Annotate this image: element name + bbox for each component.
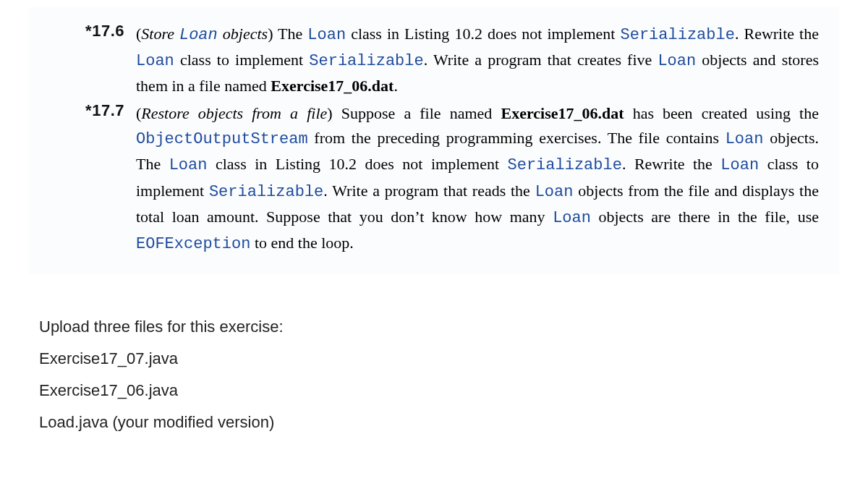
file-line: Exercise17_06.java [39, 381, 868, 400]
exercise-number: *17.7 [49, 101, 136, 120]
exercise-17-7: *17.7 (Restore objects from a file) Supp… [49, 101, 819, 257]
exercise-body: (Restore objects from a file) Suppose a … [136, 101, 819, 257]
exercise-17-6: *17.6 (Store Loan objects) The Loan clas… [49, 22, 819, 98]
upload-instructions: Upload three files for this exercise: Ex… [39, 318, 868, 432]
textbook-scan: *17.6 (Store Loan objects) The Loan clas… [29, 7, 839, 274]
file-line: Exercise17_07.java [39, 349, 868, 368]
instructions-heading: Upload three files for this exercise: [39, 318, 868, 336]
exercise-number: *17.6 [49, 22, 136, 41]
file-line: Load.java (your modified version) [39, 413, 868, 432]
exercise-body: (Store Loan objects) The Loan class in L… [136, 22, 819, 98]
